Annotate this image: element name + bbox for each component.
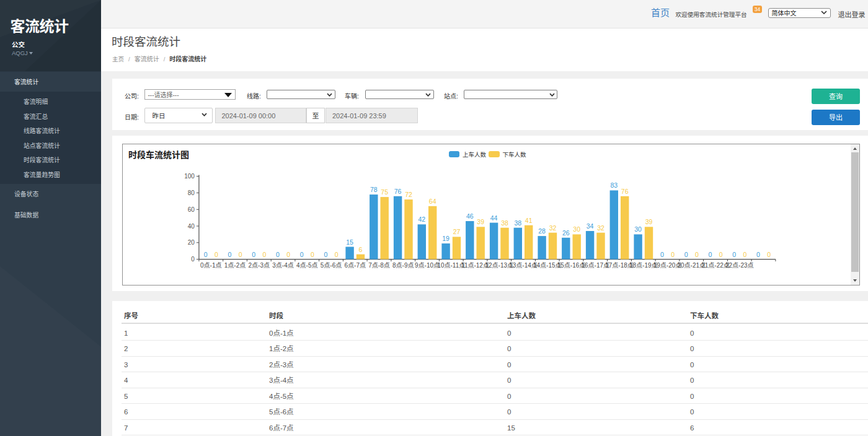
svg-text:0: 0	[671, 250, 675, 259]
svg-text:83: 83	[610, 180, 618, 190]
svg-text:4点-5点: 4点-5点	[296, 260, 317, 269]
svg-text:6: 6	[359, 245, 363, 254]
svg-text:0: 0	[311, 250, 314, 259]
svg-text:40: 40	[188, 221, 195, 230]
svg-text:0: 0	[252, 250, 255, 259]
svg-text:39: 39	[645, 217, 653, 226]
svg-text:0: 0	[239, 250, 242, 259]
svg-text:60: 60	[188, 204, 195, 214]
svg-text:0: 0	[732, 250, 736, 259]
svg-text:38: 38	[514, 218, 521, 227]
svg-text:44: 44	[490, 213, 498, 222]
svg-text:26: 26	[562, 228, 570, 237]
svg-text:0: 0	[767, 250, 771, 259]
svg-text:0: 0	[286, 250, 290, 259]
svg-text:0: 0	[324, 250, 327, 259]
svg-text:1点-2点: 1点-2点	[224, 260, 246, 269]
svg-text:0: 0	[719, 250, 723, 259]
svg-text:8点-9点: 8点-9点	[392, 260, 414, 269]
svg-text:7点-8点: 7点-8点	[368, 260, 389, 269]
svg-text:19: 19	[442, 233, 450, 243]
svg-text:0: 0	[684, 250, 688, 259]
svg-text:0: 0	[335, 250, 339, 259]
svg-text:32: 32	[597, 223, 604, 232]
svg-text:75: 75	[381, 187, 388, 196]
svg-text:0: 0	[695, 250, 699, 259]
svg-text:0点-1点: 0点-1点	[200, 260, 221, 269]
svg-text:0: 0	[708, 250, 712, 259]
svg-text:76: 76	[394, 186, 402, 196]
svg-text:80: 80	[188, 188, 195, 197]
svg-text:2点-3点: 2点-3点	[249, 260, 270, 269]
svg-text:30: 30	[634, 224, 642, 233]
svg-text:0: 0	[191, 254, 195, 263]
svg-text:30: 30	[573, 224, 580, 233]
svg-text:78: 78	[370, 185, 378, 194]
svg-text:15: 15	[346, 237, 353, 246]
svg-text:0: 0	[300, 250, 304, 259]
svg-text:22点-23点: 22点-23点	[725, 260, 754, 269]
svg-text:5点-6点: 5点-6点	[321, 260, 342, 269]
svg-text:27: 27	[453, 227, 461, 236]
svg-text:28: 28	[538, 226, 546, 235]
svg-text:39: 39	[477, 217, 484, 226]
svg-text:0: 0	[660, 250, 664, 259]
svg-text:42: 42	[418, 214, 425, 224]
svg-text:38: 38	[501, 218, 508, 227]
svg-text:0: 0	[228, 250, 231, 259]
svg-text:64: 64	[429, 196, 436, 206]
svg-text:0: 0	[743, 250, 747, 259]
svg-text:32: 32	[549, 223, 557, 232]
svg-text:0: 0	[756, 250, 760, 259]
svg-text:0: 0	[276, 250, 280, 259]
svg-text:72: 72	[405, 190, 412, 199]
svg-text:3点-4点: 3点-4点	[272, 260, 293, 269]
svg-text:34: 34	[587, 221, 594, 230]
svg-text:20: 20	[188, 237, 195, 246]
svg-text:41: 41	[525, 216, 533, 225]
svg-text:6点-7点: 6点-7点	[345, 260, 366, 269]
svg-text:100: 100	[184, 171, 195, 180]
svg-text:46: 46	[466, 211, 474, 220]
svg-text:76: 76	[621, 186, 629, 196]
svg-text:0: 0	[263, 250, 267, 259]
svg-text:0: 0	[204, 250, 208, 259]
svg-text:0: 0	[215, 250, 218, 259]
svg-text:9点-10点: 9点-10点	[415, 260, 440, 269]
